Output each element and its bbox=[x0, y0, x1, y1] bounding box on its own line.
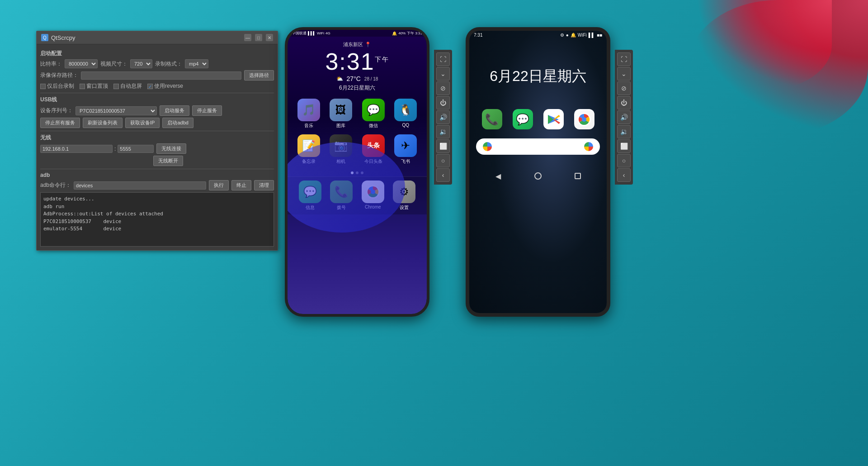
reverse-check bbox=[147, 84, 153, 89]
phone2-search-bar[interactable] bbox=[476, 138, 600, 155]
bg-flower-decoration2 bbox=[696, 0, 832, 90]
adb-stop-button[interactable]: 终止 bbox=[231, 180, 251, 190]
phone2-scroll-down-button[interactable]: ⌄ bbox=[617, 67, 631, 81]
adb-exec-button[interactable]: 执行 bbox=[209, 180, 229, 190]
phone1-temp: 27°C bbox=[347, 75, 361, 82]
phone2-time: 7:31 bbox=[474, 33, 482, 38]
phone1-home-button[interactable]: ○ bbox=[436, 154, 450, 167]
phone1-app-grid-row1: 🎵 音乐 🖼 图库 💬 微信 🐧 QQ bbox=[288, 94, 427, 133]
home-circle-icon bbox=[534, 172, 542, 180]
phone2-app-phone[interactable]: 📞 bbox=[478, 109, 505, 129]
auto-screen-checkbox[interactable]: 自动息屏 bbox=[113, 82, 142, 90]
app-wechat[interactable]: 💬 微信 bbox=[359, 99, 388, 129]
wireless-connect-row: : 无线连接 bbox=[40, 143, 274, 154]
recent-square-icon bbox=[575, 173, 581, 179]
app-feishu-label: 飞书 bbox=[401, 158, 410, 165]
phone1-scroll-down-button[interactable]: ⌄ bbox=[436, 67, 450, 81]
window-titlebar: Q QtScrcpy — □ ✕ bbox=[37, 31, 278, 44]
phone2-home-button[interactable] bbox=[533, 171, 543, 181]
phone1-ampm: 下午 bbox=[375, 56, 389, 63]
phone2-back-sidebar-button[interactable]: ‹ bbox=[617, 168, 631, 182]
google-assistant-icon bbox=[584, 142, 593, 151]
app-music[interactable]: 🎵 音乐 bbox=[294, 99, 323, 129]
save-path-input[interactable] bbox=[81, 71, 241, 80]
phone1-date: 6月22日星期六 bbox=[288, 84, 427, 92]
window-controls: — □ ✕ bbox=[244, 34, 273, 41]
app-music-label: 音乐 bbox=[304, 123, 313, 129]
bitrate-label: 比特率： bbox=[40, 60, 62, 68]
phone2-dock-icons: 📞 💬 bbox=[469, 105, 607, 134]
device-id-label: 设备序列号： bbox=[40, 107, 73, 114]
phone2-fullscreen-button[interactable]: ⛶ bbox=[617, 52, 631, 66]
background-record-checkbox[interactable]: 仅后台录制 bbox=[40, 82, 74, 90]
start-service-button[interactable]: 启动服务 bbox=[160, 105, 189, 116]
divider-1 bbox=[40, 93, 274, 93]
phone1-volume-down-button[interactable]: 🔉 bbox=[436, 125, 450, 138]
video-size-select[interactable]: 720 bbox=[130, 59, 152, 68]
topmost-checkbox[interactable]: 窗口置顶 bbox=[80, 82, 108, 90]
record-format-select[interactable]: mp4 bbox=[185, 59, 208, 68]
phone1-fullscreen-button[interactable]: ⛶ bbox=[436, 52, 450, 66]
reverse-checkbox[interactable]: 使用reverse bbox=[147, 82, 183, 90]
topmost-check bbox=[80, 84, 85, 89]
phone2-volume-down-button[interactable]: 🔉 bbox=[617, 125, 631, 138]
phone2-app-sms[interactable]: 💬 bbox=[509, 109, 536, 129]
phone2-app-play[interactable] bbox=[540, 109, 567, 129]
select-path-button[interactable]: 选择路径 bbox=[244, 70, 274, 81]
phone1-back-button[interactable]: ‹ bbox=[436, 168, 450, 182]
phone2-app-chrome[interactable] bbox=[571, 109, 598, 129]
phone2-settings-icon: ⚙ bbox=[560, 33, 564, 38]
phone1-body: 中国联通 ▌▌▌ WiFi 4G 🔔 40% 下午 3:31 浦东新区 📍 3:… bbox=[285, 27, 429, 317]
port-input[interactable] bbox=[118, 145, 154, 153]
bitrate-row: 比特率： 8000000 视频尺寸： 720 录制格式： mp4 bbox=[40, 59, 274, 68]
phone2-back-button[interactable]: ◀ bbox=[493, 171, 504, 181]
device-id-select[interactable]: P7C0218510000537 bbox=[75, 106, 157, 115]
device-id-row: 设备序列号： P7C0218510000537 启动服务 停止服务 bbox=[40, 105, 274, 116]
close-button[interactable]: ✕ bbox=[266, 34, 273, 41]
phone2-date-text: 6月22日星期六 bbox=[469, 67, 607, 86]
app-qq[interactable]: 🐧 QQ bbox=[392, 99, 420, 129]
app-qq-label: QQ bbox=[402, 123, 409, 128]
phone1-power-button[interactable]: ⏻ bbox=[436, 96, 450, 109]
phone1-signal: ▌▌▌ bbox=[308, 31, 316, 35]
ip-input[interactable] bbox=[40, 145, 113, 153]
phone1-wifi-icon: WiFi bbox=[317, 31, 324, 35]
phone2-recent-button[interactable] bbox=[572, 171, 583, 181]
google-g-icon bbox=[483, 142, 492, 151]
wireless-disconnect-row: 无线断开 bbox=[40, 156, 274, 166]
get-ip-button[interactable]: 获取设备IP bbox=[125, 118, 160, 128]
app-feishu[interactable]: ✈ 飞书 bbox=[392, 134, 420, 165]
phone1-no-touch-button[interactable]: ⊘ bbox=[436, 81, 450, 95]
phone1-weather-row: ⛅ 27°C 28 / 18 bbox=[288, 75, 427, 82]
wireless-disconnect-button[interactable]: 无线断开 bbox=[153, 156, 183, 166]
stop-service-button[interactable]: 停止服务 bbox=[192, 105, 222, 116]
adb-clear-button[interactable]: 清理 bbox=[254, 180, 274, 190]
minimize-button[interactable]: — bbox=[244, 34, 251, 41]
phone1-app-switch-button[interactable]: ⬜ bbox=[436, 139, 450, 153]
phone2-no-touch-button[interactable]: ⊘ bbox=[617, 81, 631, 95]
start-adbd-button[interactable]: 启动adbd bbox=[162, 118, 193, 128]
phone2-status-bar: 7:31 ⚙ ● 🔔 WiFi ▌▌ ■■ bbox=[469, 31, 607, 39]
app-gallery[interactable]: 🖼 图库 bbox=[327, 99, 356, 129]
maximize-button[interactable]: □ bbox=[255, 34, 262, 41]
phone2-power-button[interactable]: ⏻ bbox=[617, 96, 631, 109]
adb-command-input[interactable] bbox=[74, 181, 206, 190]
stop-all-services-button[interactable]: 停止所有服务 bbox=[40, 118, 80, 128]
phone2-app-switch-button[interactable]: ⬜ bbox=[617, 139, 631, 153]
app-settings-label: 设置 bbox=[400, 204, 409, 211]
phone1-weather-icon: ⛅ bbox=[336, 76, 343, 82]
phone1-volume-up-button[interactable]: 🔊 bbox=[436, 110, 450, 124]
phone2-alarm-icon: 🔔 bbox=[571, 33, 576, 38]
refresh-devices-button[interactable]: 刷新设备列表 bbox=[83, 118, 123, 128]
wireless-connect-button[interactable]: 无线连接 bbox=[156, 143, 186, 154]
phone2-status-icons: ⚙ ● 🔔 WiFi ▌▌ ■■ bbox=[560, 33, 602, 38]
phone2-phone-icon: 📞 bbox=[482, 109, 502, 129]
bitrate-select[interactable]: 8000000 bbox=[65, 59, 98, 68]
phone2-volume-up-button[interactable]: 🔊 bbox=[617, 110, 631, 124]
phone1-4g: 4G bbox=[326, 31, 330, 35]
app-qq-icon: 🐧 bbox=[394, 99, 417, 121]
phone2-home-sidebar-button[interactable]: ○ bbox=[617, 154, 631, 167]
phone2-screen: 7:31 ⚙ ● 🔔 WiFi ▌▌ ■■ 6月22日星期六 📞 bbox=[469, 31, 607, 313]
adb-section-title: adb bbox=[40, 172, 274, 178]
app-gallery-label: 图库 bbox=[336, 123, 345, 129]
